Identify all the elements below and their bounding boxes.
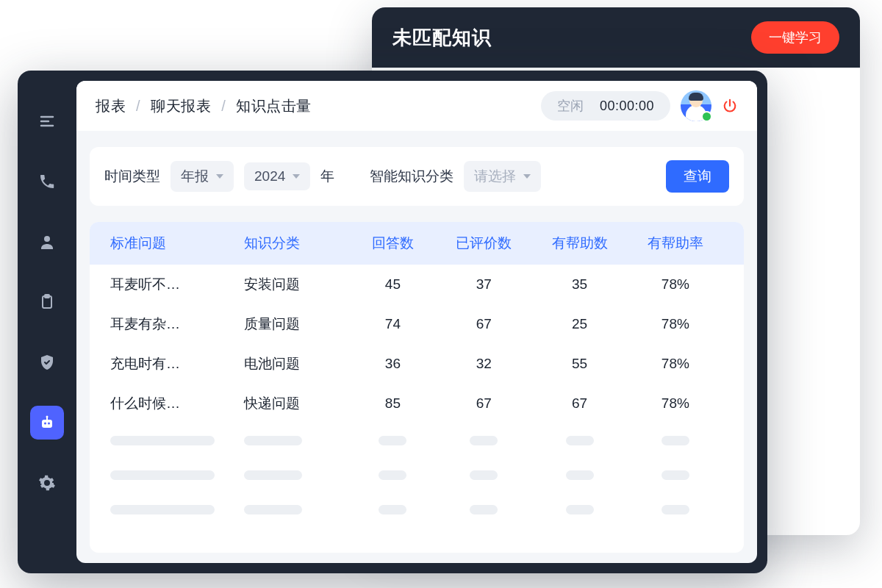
status-time: 00:00:00	[600, 98, 654, 114]
sidebar-clipboard-icon[interactable]	[30, 285, 64, 319]
breadcrumb: 报表 / 聊天报表 / 知识点击量	[96, 96, 312, 116]
time-type-label: 时间类型	[104, 167, 160, 186]
back-title: 未匹配知识	[392, 25, 492, 51]
filter-card: 时间类型 年报 2024 年 智能知识分类 请选择 查询	[90, 147, 744, 206]
svg-point-7	[44, 423, 46, 425]
cell-category: 快递问题	[244, 394, 349, 413]
breadcrumb-separator: /	[136, 98, 140, 114]
breadcrumb-separator: /	[221, 98, 226, 114]
cell-rate: 78%	[628, 356, 723, 372]
front-window: 报表 / 聊天报表 / 知识点击量 空闲 00:00:00 时间类型 年报	[18, 71, 767, 573]
th-helpful: 有帮助数	[531, 234, 627, 253]
th-rate: 有帮助率	[628, 234, 723, 253]
learn-button[interactable]: 一键学习	[751, 21, 839, 54]
chevron-down-icon	[293, 174, 300, 179]
status-pill: 空闲 00:00:00	[541, 91, 670, 121]
category-placeholder: 请选择	[474, 167, 516, 186]
cell-answers: 36	[350, 356, 436, 372]
th-question: 标准问题	[110, 234, 244, 253]
th-answers: 回答数	[350, 234, 436, 253]
cell-question: 耳麦有杂…	[110, 315, 244, 334]
placeholder-row	[90, 458, 744, 492]
time-type-select[interactable]: 年报	[171, 161, 234, 192]
cell-answers: 45	[350, 276, 436, 293]
breadcrumb-bar: 报表 / 聊天报表 / 知识点击量 空闲 00:00:00	[76, 81, 757, 131]
cell-helpful: 35	[531, 276, 627, 293]
svg-rect-5	[45, 295, 49, 298]
year-suffix: 年	[320, 167, 334, 186]
main-panel: 报表 / 聊天报表 / 知识点击量 空闲 00:00:00 时间类型 年报	[76, 81, 757, 563]
back-header: 未匹配知识 一键学习	[372, 7, 860, 68]
sidebar	[18, 81, 76, 563]
cell-rate: 78%	[628, 276, 723, 293]
breadcrumb-item: 知识点击量	[236, 98, 312, 114]
cell-answers: 85	[350, 395, 436, 412]
sidebar-shield-icon[interactable]	[30, 345, 64, 379]
chevron-down-icon	[523, 174, 531, 179]
cell-category: 电池问题	[244, 354, 349, 373]
table-row: 耳麦有杂… 质量问题 74 67 25 78%	[90, 304, 744, 344]
placeholder-row	[90, 423, 744, 458]
placeholder-row	[90, 492, 744, 527]
sidebar-gear-icon[interactable]	[30, 466, 64, 500]
cell-rated: 67	[436, 316, 531, 332]
cell-helpful: 55	[531, 356, 627, 372]
avatar[interactable]	[681, 90, 711, 121]
cell-question: 耳麦听不…	[110, 275, 244, 294]
cell-question: 充电时有…	[110, 354, 244, 373]
sidebar-phone-icon[interactable]	[30, 165, 64, 198]
table-header: 标准问题 知识分类 回答数 已评价数 有帮助数 有帮助率	[90, 222, 744, 265]
cell-rated: 37	[436, 276, 531, 293]
sidebar-menu-icon[interactable]	[30, 104, 64, 138]
status-label: 空闲	[557, 97, 584, 115]
time-type-value: 年报	[181, 167, 209, 186]
cell-question: 什么时候…	[110, 394, 244, 413]
category-select[interactable]: 请选择	[464, 161, 541, 192]
cell-category: 质量问题	[244, 315, 349, 334]
query-button[interactable]: 查询	[666, 160, 729, 193]
cell-rated: 32	[436, 356, 531, 372]
table-row: 充电时有… 电池问题 36 32 55 78%	[90, 344, 744, 384]
year-select[interactable]: 2024	[244, 162, 310, 190]
cell-helpful: 25	[531, 316, 627, 332]
cell-answers: 74	[350, 316, 436, 332]
table-card: 标准问题 知识分类 回答数 已评价数 有帮助数 有帮助率 耳麦听不… 安装问题 …	[90, 222, 744, 553]
th-category: 知识分类	[244, 234, 349, 253]
svg-point-8	[48, 423, 50, 425]
category-label: 智能知识分类	[370, 167, 453, 186]
cell-rate: 78%	[628, 395, 723, 412]
cell-helpful: 67	[531, 395, 627, 412]
cell-rated: 67	[436, 395, 531, 412]
chevron-down-icon	[216, 174, 223, 179]
year-value: 2024	[254, 168, 285, 184]
cell-rate: 78%	[628, 316, 723, 332]
breadcrumb-item[interactable]: 聊天报表	[151, 98, 211, 114]
presence-dot-icon	[701, 111, 712, 122]
svg-point-10	[46, 416, 49, 418]
table-row: 耳麦听不… 安装问题 45 37 35 78%	[90, 265, 744, 304]
sidebar-user-icon[interactable]	[30, 225, 64, 259]
breadcrumb-item[interactable]: 报表	[96, 98, 126, 114]
svg-point-3	[44, 236, 50, 242]
table-row: 什么时候… 快递问题 85 67 67 78%	[90, 384, 744, 423]
th-rated: 已评价数	[436, 234, 531, 253]
power-icon[interactable]	[722, 98, 738, 114]
sidebar-robot-icon[interactable]	[30, 406, 64, 440]
cell-category: 安装问题	[244, 275, 349, 294]
svg-rect-6	[42, 420, 52, 428]
